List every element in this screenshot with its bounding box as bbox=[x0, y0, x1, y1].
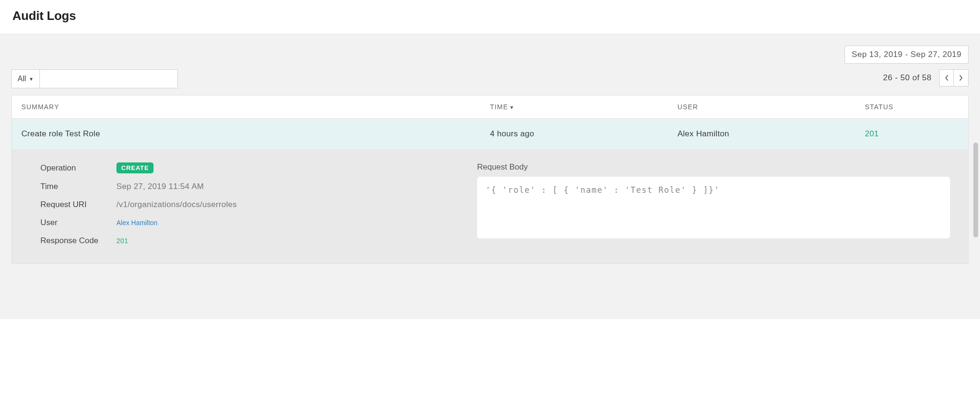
detail-label-request-uri: Request URI bbox=[40, 200, 112, 209]
detail-time-value: Sep 27, 2019 11:54 AM bbox=[116, 182, 477, 191]
request-body-box: '{ 'role' : [ { 'name' : 'Test Role' } ]… bbox=[477, 177, 950, 238]
prev-page-button[interactable] bbox=[940, 70, 954, 86]
chevron-right-icon bbox=[959, 75, 963, 81]
scrollbar-thumb[interactable] bbox=[973, 142, 978, 237]
audit-log-table: SUMMARY TIME▼ USER STATUS Create role Te… bbox=[11, 95, 969, 264]
operation-badge: CREATE bbox=[116, 162, 154, 173]
row-detail-panel: Operation CREATE Time Sep 27, 2019 11:54… bbox=[12, 149, 968, 264]
column-header-user[interactable]: USER bbox=[677, 103, 865, 111]
detail-label-response-code: Response Code bbox=[40, 236, 112, 246]
date-range-picker[interactable]: Sep 13, 2019 - Sep 27, 2019 bbox=[845, 46, 969, 64]
detail-response-code-value: 201 bbox=[116, 237, 128, 245]
sort-desc-icon: ▼ bbox=[509, 104, 515, 110]
detail-request-uri-value: /v1/organizations/docs/userroles bbox=[116, 200, 477, 209]
next-page-button[interactable] bbox=[954, 70, 968, 86]
detail-label-operation: Operation bbox=[40, 163, 112, 173]
chevron-left-icon bbox=[945, 75, 949, 81]
column-header-status[interactable]: STATUS bbox=[865, 103, 959, 111]
row-summary: Create role Test Role bbox=[21, 129, 490, 139]
table-row[interactable]: Create role Test Role 4 hours ago Alex H… bbox=[12, 119, 968, 149]
column-header-time[interactable]: TIME▼ bbox=[490, 103, 677, 111]
row-time: 4 hours ago bbox=[490, 129, 677, 139]
column-header-summary[interactable]: SUMMARY bbox=[21, 103, 490, 111]
column-header-time-label: TIME bbox=[490, 103, 508, 111]
search-input[interactable] bbox=[40, 69, 178, 88]
detail-user-link[interactable]: Alex Hamilton bbox=[116, 219, 157, 227]
detail-label-request-body: Request Body bbox=[477, 162, 950, 172]
page-title: Audit Logs bbox=[12, 9, 968, 23]
row-status: 201 bbox=[865, 129, 959, 139]
row-user: Alex Hamilton bbox=[677, 129, 865, 139]
filter-dropdown[interactable]: All ▼ bbox=[11, 69, 40, 88]
detail-label-time: Time bbox=[40, 182, 112, 191]
filter-dropdown-label: All bbox=[18, 75, 26, 83]
caret-down-icon: ▼ bbox=[29, 76, 34, 82]
pagination-text: 26 - 50 of 58 bbox=[883, 73, 932, 83]
detail-label-user: User bbox=[40, 218, 112, 227]
